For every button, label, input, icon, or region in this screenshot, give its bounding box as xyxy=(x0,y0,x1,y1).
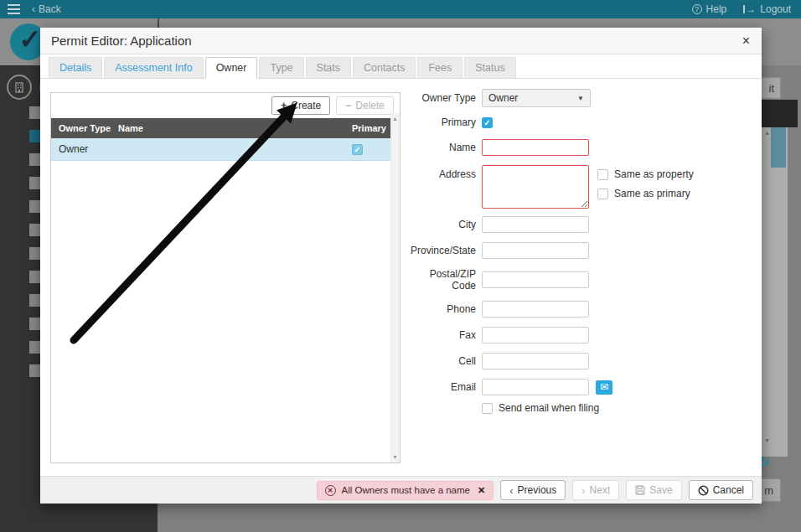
owner-table-row-selected[interactable]: Owner ✓ xyxy=(51,138,390,161)
validation-error-banner: ✕ All Owners must have a name ✕ xyxy=(317,481,494,500)
top-navigation-bar: ‹ Back ? Help → Logout xyxy=(0,0,801,18)
dialog-header: Permit Editor: Application × xyxy=(40,28,762,54)
same-as-property-option[interactable]: Same as property xyxy=(597,168,694,180)
primary-checkbox[interactable]: ✓ xyxy=(482,117,493,128)
province-label: Province/State xyxy=(407,245,476,256)
owners-table-header: Owner Type Name Primary xyxy=(51,118,400,138)
envelope-icon: ✉ xyxy=(600,381,608,393)
same-as-primary-checkbox[interactable] xyxy=(597,189,608,199)
tab-fees[interactable]: Fees xyxy=(417,57,463,78)
chevron-left-icon: ‹ xyxy=(509,484,513,497)
dismiss-error-icon[interactable]: ✕ xyxy=(478,485,485,496)
sidebar-item[interactable] xyxy=(29,364,40,377)
sidebar-item[interactable] xyxy=(29,106,40,119)
tab-owner[interactable]: Owner xyxy=(205,57,258,79)
cell-field[interactable] xyxy=(482,353,589,369)
dialog-body: + Create − Delete Owner Type Name Primar… xyxy=(40,79,762,476)
tab-status[interactable]: Status xyxy=(464,57,515,78)
column-name: Name xyxy=(118,123,352,133)
back-button[interactable]: ‹ Back xyxy=(32,3,61,15)
permit-editor-dialog: Permit Editor: Application × Details Ass… xyxy=(40,28,762,504)
next-button[interactable]: › Next xyxy=(572,480,619,500)
phone-label: Phone xyxy=(407,303,476,315)
close-icon[interactable]: × xyxy=(742,34,750,49)
sidebar-item[interactable] xyxy=(29,271,40,283)
same-as-primary-option[interactable]: Same as primary xyxy=(597,188,694,199)
sidebar-item[interactable] xyxy=(29,224,40,236)
column-primary: Primary xyxy=(352,123,390,133)
send-email-checkbox[interactable] xyxy=(482,403,493,414)
save-button[interactable]: Save xyxy=(626,480,681,500)
sidebar-item[interactable] xyxy=(29,247,40,260)
cell-row: Cell xyxy=(407,353,751,369)
background-scroll-up-icon: ▲ xyxy=(764,130,770,136)
scroll-up-icon[interactable]: ▲ xyxy=(392,116,398,121)
sidebar-item[interactable] xyxy=(29,318,40,330)
name-row: Name xyxy=(407,139,751,156)
back-chevron-icon: ‹ xyxy=(32,3,35,15)
background-selected-row xyxy=(771,127,786,168)
email-row: Email ✉ xyxy=(407,379,751,395)
row-primary-checkbox: ✓ xyxy=(352,144,363,155)
fax-label: Fax xyxy=(407,329,476,341)
send-email-when-filing-option[interactable]: Send email when filing xyxy=(482,402,751,414)
logout-button[interactable]: → Logout xyxy=(743,3,791,15)
primary-row: Primary ✓ xyxy=(407,116,751,128)
row-owner-type: Owner xyxy=(51,143,118,155)
sidebar-item[interactable] xyxy=(29,177,40,189)
chevron-down-icon: ▼ xyxy=(577,95,584,102)
address-label: Address xyxy=(407,165,476,180)
postal-row: Postal/ZIP Code xyxy=(407,268,751,292)
owner-form-panel: Owner Type Owner ▼ Primary ✓ Name Addres… xyxy=(407,89,751,414)
tab-details[interactable]: Details xyxy=(49,57,102,78)
fax-row: Fax xyxy=(407,327,751,343)
send-email-button[interactable]: ✉ xyxy=(596,380,612,395)
tab-stats[interactable]: Stats xyxy=(306,57,352,78)
scroll-down-icon[interactable]: ▼ xyxy=(392,454,398,460)
help-button[interactable]: ? Help xyxy=(692,3,727,15)
background-table-rows xyxy=(762,127,788,457)
sidebar-item[interactable] xyxy=(29,294,40,307)
floppy-disk-icon xyxy=(635,485,645,495)
building-icon xyxy=(7,75,32,100)
tab-assessment-info[interactable]: Assessment Info xyxy=(104,57,203,78)
sidebar-item-active[interactable] xyxy=(29,130,40,142)
phone-field[interactable] xyxy=(482,301,589,318)
city-field[interactable] xyxy=(482,216,589,233)
column-owner-type: Owner Type xyxy=(51,123,118,133)
cancel-button[interactable]: Cancel xyxy=(689,480,753,500)
email-field[interactable] xyxy=(482,379,589,395)
name-label: Name xyxy=(407,142,476,153)
owner-type-row: Owner Type Owner ▼ xyxy=(407,89,751,107)
logout-label: Logout xyxy=(760,3,791,15)
province-row: Province/State xyxy=(407,242,751,259)
sidebar-item[interactable] xyxy=(29,200,40,213)
province-field[interactable] xyxy=(482,242,589,259)
cancel-icon xyxy=(698,485,709,496)
cell-label: Cell xyxy=(407,355,476,367)
postal-field[interactable] xyxy=(482,271,589,288)
primary-label: Primary xyxy=(407,116,476,128)
error-icon: ✕ xyxy=(325,485,336,496)
sidebar-item[interactable] xyxy=(29,341,40,354)
previous-button[interactable]: ‹ Previous xyxy=(500,480,566,500)
back-label: Back xyxy=(39,3,61,15)
address-row: Address Same as property Same as primary xyxy=(407,165,751,209)
owners-table-scrollbar[interactable]: ▲ ▼ xyxy=(390,113,400,462)
tab-contacts[interactable]: Contacts xyxy=(353,57,416,78)
phone-row: Phone xyxy=(407,301,751,318)
owner-type-select[interactable]: Owner ▼ xyxy=(482,89,591,107)
name-field[interactable] xyxy=(482,139,589,156)
help-icon: ? xyxy=(692,4,702,14)
sidebar-item[interactable] xyxy=(29,153,40,166)
logo-check-icon: ✓ xyxy=(19,23,42,55)
error-message: All Owners must have a name xyxy=(342,485,470,495)
address-field[interactable] xyxy=(482,165,589,209)
create-owner-button[interactable]: + Create xyxy=(271,96,330,115)
hamburger-menu-icon[interactable] xyxy=(8,4,20,14)
owner-type-selected-value: Owner xyxy=(488,92,518,104)
same-as-property-checkbox[interactable] xyxy=(597,169,608,180)
fax-field[interactable] xyxy=(482,327,589,343)
tab-type[interactable]: Type xyxy=(259,57,303,78)
delete-owner-button[interactable]: − Delete xyxy=(336,96,394,115)
